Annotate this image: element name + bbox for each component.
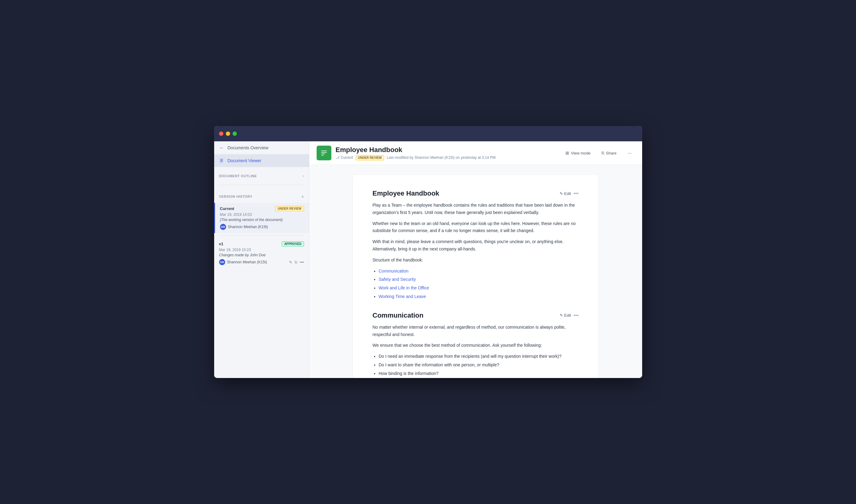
version-history-section: VERSION HISTORY ∨ (214, 187, 309, 203)
version-current-author: SM Shannon Meehan (K15t) (220, 224, 268, 230)
edit-label-comm: Edit (564, 313, 571, 318)
version-history-title: VERSION HISTORY (219, 195, 252, 198)
doc-file-icon (317, 146, 331, 160)
avatar-v1: SM (219, 259, 225, 265)
section-communication-title: Communication (372, 311, 423, 320)
svg-rect-4 (320, 148, 328, 158)
link-work-life[interactable]: Work and Life in the Office (379, 285, 429, 290)
handbook-para-2: Whether new to the team or an old hand, … (372, 220, 579, 235)
doc-header: Employee Handbook Current UNDER REVIEW L… (309, 141, 642, 165)
close-button[interactable] (219, 131, 223, 136)
handbook-para-3: With that in mind, please leave a commen… (372, 238, 579, 253)
svg-rect-8 (321, 155, 324, 156)
section-employee-handbook: Employee Handbook ✎ Edit ••• Play as a T… (372, 190, 579, 301)
view-mode-icon: ⊞ (565, 150, 569, 156)
doc-header-right: ⊞ View mode ⎘ Share ⋯ (562, 149, 635, 157)
doc-meta-current: Current (336, 156, 353, 160)
app-body: ← Documents Overview Document Viewer (214, 141, 642, 378)
version-current-author-row: SM Shannon Meehan (K15t) (220, 224, 304, 230)
doc-body: Employee Handbook ✎ Edit ••• Play as a T… (309, 165, 642, 378)
share-icon: ⎘ (602, 150, 604, 156)
sidebar-item-documents-overview[interactable]: ← Documents Overview (214, 141, 309, 154)
communication-para-2: We ensure that we choose the best method… (372, 342, 579, 349)
author-name-v1: Shannon Meehan (K15t) (227, 260, 267, 264)
doc-title-area: Employee Handbook Current UNDER REVIEW L… (336, 146, 496, 160)
link-safety[interactable]: Safety and Security (379, 277, 416, 282)
section-handbook-actions: ✎ Edit ••• (560, 191, 579, 196)
comm-list-item-3: How binding is the information? (379, 370, 579, 377)
edit-icon: ✎ (560, 191, 563, 196)
titlebar (214, 126, 642, 141)
version-v1-badge: APPROVED (282, 241, 304, 247)
sidebar-item-label: Documents Overview (228, 145, 268, 150)
app-window: ← Documents Overview Document Viewer (214, 126, 642, 378)
edit-communication-button[interactable]: ✎ Edit (560, 313, 571, 318)
version-current-label: Current (220, 206, 234, 211)
communication-para-1: No matter whether internal or external, … (372, 324, 579, 339)
version-item-v1[interactable]: v1 APPROVED Mar 19, 2019 15:23 Changes m… (214, 238, 309, 268)
minimize-button[interactable] (226, 131, 230, 136)
edit-label: Edit (564, 191, 571, 196)
document-outline-toggle[interactable]: DOCUMENT OUTLINE › (219, 172, 304, 180)
document-icon (219, 158, 225, 163)
document-outline-section: DOCUMENT OUTLINE › (214, 167, 309, 182)
list-item-work-life: Work and Life in the Office (379, 285, 579, 292)
edit-version-icon[interactable]: ✎ (289, 260, 292, 265)
more-options-button[interactable]: ⋯ (625, 149, 635, 157)
doc-status-current: Current (341, 156, 353, 160)
section-communication-actions: ✎ Edit ••• (560, 313, 579, 318)
version-current-badge: UNDER REVIEW (275, 206, 304, 211)
version-v1-desc: Changes made by John Doe (219, 253, 304, 257)
svg-rect-6 (321, 152, 327, 153)
version-history-toggle[interactable]: VERSION HISTORY ∨ (219, 193, 304, 200)
more-handbook-button[interactable]: ••• (573, 191, 579, 196)
doc-title: Employee Handbook (336, 146, 496, 154)
sidebar-item-document-viewer[interactable]: Document Viewer (214, 154, 309, 167)
doc-meta: Current UNDER REVIEW Last modified by Sh… (336, 155, 496, 160)
avatar-current: SM (220, 224, 226, 230)
version-v1-date: Mar 19, 2019 15:23 (219, 248, 304, 252)
svg-rect-7 (321, 154, 325, 154)
share-label: Share (606, 151, 617, 156)
list-item-communication: Communication (379, 268, 579, 275)
version-item-current[interactable]: Current UNDER REVIEW Mar 19, 2019 14:03 … (214, 203, 309, 233)
list-item-working-time: Working Time and Leave (379, 293, 579, 301)
version-current-header: Current UNDER REVIEW (220, 206, 304, 211)
version-v1-label: v1 (219, 241, 223, 246)
more-version-icon[interactable]: ••• (300, 260, 304, 265)
doc-badge-review[interactable]: UNDER REVIEW (355, 155, 384, 160)
version-v1-author: SM Shannon Meehan (K15t) (219, 259, 267, 265)
chevron-right-icon: › (303, 174, 304, 178)
doc-meta-modified: Last modified by Shannon Meehan (K15t) o… (387, 156, 495, 160)
handbook-para-4: Structure of the handbook: (372, 257, 579, 264)
maximize-button[interactable] (232, 131, 237, 136)
handbook-para-1: Play as a Team – the employee handbook c… (372, 202, 579, 216)
view-mode-button[interactable]: ⊞ View mode (562, 149, 594, 157)
divider-versions (219, 235, 304, 236)
sidebar: ← Documents Overview Document Viewer (214, 141, 309, 378)
comm-list-item-1: Do I need an immediate response from the… (379, 353, 579, 360)
doc-header-left: Employee Handbook Current UNDER REVIEW L… (317, 146, 496, 160)
view-mode-label: View mode (571, 151, 591, 156)
share-version-icon[interactable]: ⎘ (295, 260, 297, 265)
link-working-time[interactable]: Working Time and Leave (379, 294, 426, 299)
sidebar-item-label: Document Viewer (228, 158, 261, 163)
more-icon: ⋯ (628, 151, 632, 156)
more-communication-button[interactable]: ••• (573, 313, 579, 318)
list-item-safety: Safety and Security (379, 276, 579, 283)
back-icon: ← (219, 145, 225, 150)
comm-list-item-2: Do I want to share the information with … (379, 361, 579, 369)
chevron-down-icon: ∨ (301, 194, 304, 199)
share-button[interactable]: ⎘ Share (598, 149, 620, 157)
communication-list: Do I need an immediate response from the… (379, 353, 579, 377)
divider (219, 185, 304, 185)
link-communication[interactable]: Communication (379, 269, 408, 273)
doc-content: Employee Handbook ✎ Edit ••• Play as a T… (353, 175, 598, 378)
svg-rect-5 (321, 150, 327, 151)
author-name-current: Shannon Meehan (K15t) (228, 225, 268, 229)
edit-icon-comm: ✎ (560, 313, 563, 318)
section-handbook-title: Employee Handbook (372, 190, 439, 197)
edit-handbook-button[interactable]: ✎ Edit (560, 191, 571, 196)
traffic-lights (219, 131, 237, 136)
version-current-desc: (The working version of the document) (220, 218, 304, 222)
